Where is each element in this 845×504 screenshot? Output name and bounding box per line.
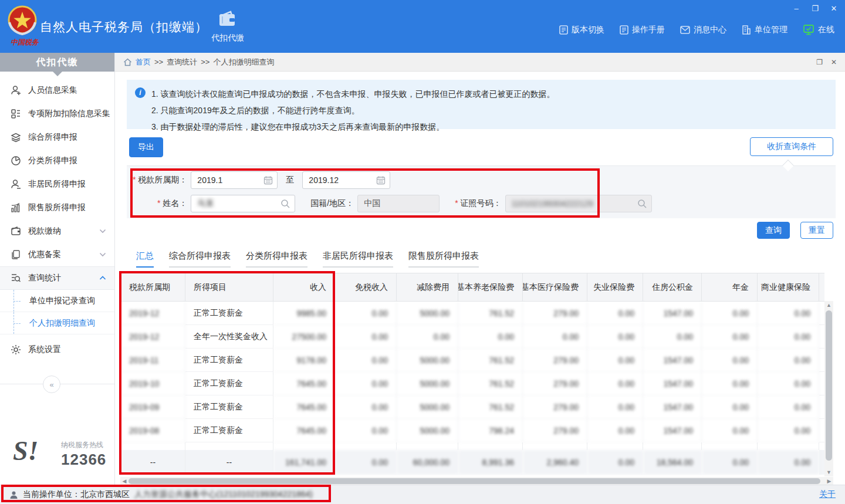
- table-cell: 2019-08: [121, 419, 185, 442]
- current-unit-label: 当前操作单位：北京市西城区: [23, 489, 130, 500]
- id-label: 证照号码：: [455, 198, 501, 209]
- minimize-button[interactable]: –: [791, 4, 802, 13]
- sidebar-item-query-statistics[interactable]: 查询统计: [0, 266, 114, 290]
- sidebar-collapse-button[interactable]: «: [43, 376, 60, 393]
- menu-message-center[interactable]: 消息中心: [680, 25, 726, 35]
- table-cell: 5000.00: [397, 302, 458, 325]
- table-row[interactable]: 2019-08正常工资薪金7645.000.005000.00798.24279…: [121, 419, 824, 442]
- table-row[interactable]: 2019-09正常工资薪金7645.000.005000.00761.52279…: [121, 395, 824, 419]
- menu-version-switch[interactable]: 版本切换: [559, 25, 604, 35]
- column-header: 商业健康保险: [758, 273, 819, 302]
- table-cell: 5000.00: [397, 419, 458, 442]
- period-from-input[interactable]: 2019.1: [191, 171, 278, 189]
- table-cell: 0.00: [758, 395, 819, 419]
- pie-chart-icon: [11, 155, 21, 166]
- vertical-scrollbar-thumb[interactable]: [826, 310, 832, 461]
- column-header: 基本养老保险费: [458, 273, 523, 302]
- sidebar-item-special-deduction[interactable]: 专项附加扣除信息采集: [0, 102, 114, 126]
- table-cell: [587, 442, 643, 450]
- table-row[interactable]: 2019-10正常工资薪金7645.000.005000.00761.52279…: [121, 372, 824, 395]
- close-button[interactable]: ✕: [829, 4, 839, 13]
- sidebar-subitem-personal-withholding-query[interactable]: 个人扣缴明细查询: [0, 312, 114, 334]
- sidebar-item-label: 优惠备案: [28, 249, 61, 260]
- sidebar-item-classified-income[interactable]: 分类所得申报: [0, 149, 114, 172]
- query-button[interactable]: 查询: [757, 222, 790, 239]
- table-cell: 279.00: [523, 349, 587, 372]
- reset-button[interactable]: 重置: [800, 222, 833, 239]
- period-to-input[interactable]: 2019.12: [302, 171, 390, 189]
- table-row[interactable]: 2019-12正常工资薪金9985.000.005000.00761.52279…: [121, 302, 824, 325]
- chevron-down-icon: [99, 252, 106, 257]
- pane-restore-icon[interactable]: ❐: [816, 58, 823, 66]
- sidebar-item-preferential-filing[interactable]: 优惠备案: [0, 243, 114, 266]
- table-cell: [523, 442, 587, 450]
- module-tab-daikou[interactable]: 代扣代缴: [204, 11, 251, 43]
- table-row-partial[interactable]: ..: [121, 442, 824, 450]
- menu-unit-management[interactable]: 单位管理: [742, 25, 787, 35]
- table-cell: [819, 442, 824, 450]
- table-cell: 279.00: [523, 419, 587, 442]
- menu-version-switch-label: 版本切换: [572, 25, 604, 35]
- table-summary-row[interactable]: ----161,741.000.0060,000.008,991.362,960…: [121, 450, 824, 475]
- menu-manual[interactable]: 操作手册: [620, 25, 665, 35]
- horizontal-scrollbar-thumb[interactable]: [129, 478, 820, 484]
- sidebar-item-label: 税款缴纳: [28, 226, 61, 236]
- collapse-conditions-button[interactable]: 收折查询条件: [750, 137, 833, 156]
- table-cell: 0.00: [335, 349, 397, 372]
- tab-2[interactable]: 分类所得申报表: [246, 251, 307, 268]
- table-row[interactable]: 2019-11正常工资薪金9178.000.005000.00761.52279…: [121, 349, 824, 372]
- search-icon: [280, 199, 290, 209]
- name-input[interactable]: 马某: [191, 195, 295, 212]
- status-bar: 当前操作单位：北京市西城区 人力资源公共服务中心(121101021993042…: [0, 485, 845, 504]
- about-link[interactable]: 关于: [819, 489, 836, 500]
- breadcrumb-home[interactable]: 首页: [136, 57, 151, 67]
- sidebar-item-nonresident-income[interactable]: 非居民所得申报: [0, 172, 114, 196]
- sidebar-item-comprehensive-income[interactable]: 综合所得申报: [0, 126, 114, 149]
- sidebar-collapse-row: «: [0, 376, 114, 393]
- table-header-row: 税款所属期所得项目收入免税收入减除费用基本养老保险费基本医疗保险费失业保险费住房…: [121, 273, 824, 302]
- table-cell: 0.00: [758, 450, 819, 475]
- table-cell: 正常工资薪金: [185, 419, 273, 442]
- hotline-logo: S! 纳税服务热线 12366: [0, 437, 115, 478]
- table-cell: 0.00: [758, 349, 819, 372]
- tab-4[interactable]: 限售股所得申报表: [408, 251, 479, 268]
- table-cell: 5000.00: [397, 372, 458, 395]
- pane-close-icon[interactable]: ✕: [831, 58, 837, 66]
- sidebar-item-system-settings[interactable]: 系统设置: [0, 338, 114, 361]
- tab-0[interactable]: 汇总: [136, 251, 154, 268]
- table-cell: 0.00: [758, 302, 819, 325]
- user-icon: [9, 491, 18, 499]
- tab-3[interactable]: 非居民所得申报表: [323, 251, 393, 268]
- vertical-scrollbar[interactable]: ▲ ▼: [824, 301, 833, 476]
- scroll-down-icon[interactable]: ▼: [824, 468, 833, 476]
- current-unit-blurred: 人力资源公共服务中心(12110102199304221864): [134, 489, 313, 500]
- table-cell: [819, 395, 824, 419]
- scroll-up-icon[interactable]: ▲: [824, 301, 833, 309]
- table-cell: 9178.00: [273, 349, 335, 372]
- table-cell: 27500.00: [273, 325, 335, 349]
- sidebar-subitem-unit-declaration-query[interactable]: 单位申报记录查询: [0, 290, 114, 312]
- id-number-input[interactable]: 110102199304222129: [505, 195, 652, 212]
- sidebar-item-label: 分类所得申报: [28, 155, 77, 166]
- table-cell: 0.00: [702, 302, 758, 325]
- nationality-input[interactable]: 中国: [357, 195, 440, 212]
- period-row: 税款所属期： 2019.1 至 2019.12: [133, 171, 390, 189]
- export-button[interactable]: 导出: [129, 137, 163, 157]
- sidebar-item-personnel-info[interactable]: 人员信息采集: [0, 79, 114, 102]
- scroll-left-icon[interactable]: ◀: [120, 477, 129, 485]
- sidebar-item-label: 非居民所得申报: [28, 179, 86, 190]
- menu-online-status[interactable]: 在线: [803, 25, 834, 35]
- table-cell: 2,960.40: [523, 450, 587, 475]
- column-header: 税: [819, 273, 824, 302]
- sidebar-item-restricted-stock[interactable]: 限售股所得申报: [0, 196, 114, 219]
- restore-button[interactable]: ❐: [810, 4, 820, 13]
- notice-line: 1. 该查询统计表仅能查询已申报成功的数据，不包含未申报、申报失败，已申报但已作…: [151, 86, 827, 102]
- scroll-right-icon[interactable]: ▶: [825, 477, 833, 485]
- name-value: 马某: [197, 198, 214, 209]
- sidebar-menu: 人员信息采集 专项附加扣除信息采集 综合所得申报 分类所得申报 非居民所得申报: [0, 79, 114, 393]
- sidebar-item-tax-payment[interactable]: 税款缴纳: [0, 219, 114, 243]
- table-cell: 0.00: [702, 325, 758, 349]
- table-row[interactable]: 2019-12全年一次性奖金收入27500.000.000.000.000.00…: [121, 325, 824, 349]
- tab-1[interactable]: 综合所得申报表: [169, 251, 231, 268]
- horizontal-scrollbar[interactable]: ◀ ▶: [120, 477, 833, 485]
